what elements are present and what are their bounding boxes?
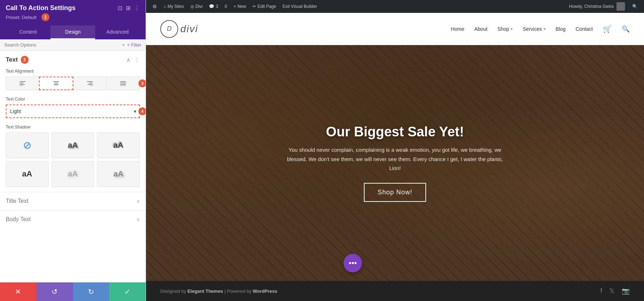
shadow-style-3[interactable]: aA bbox=[6, 161, 49, 187]
text-shadow-label: Text Shadow bbox=[6, 125, 140, 130]
more-icon[interactable]: ⋮ bbox=[134, 5, 140, 11]
align-center-btn[interactable] bbox=[39, 77, 73, 90]
new-item[interactable]: + New bbox=[231, 4, 249, 9]
facebook-icon[interactable]: f bbox=[600, 287, 602, 295]
comments-icon: 💬 bbox=[209, 4, 214, 9]
tab-design[interactable]: Design bbox=[50, 25, 95, 39]
footer-social: f 𝕏 📷 bbox=[600, 287, 630, 295]
nav-blog[interactable]: Blog bbox=[556, 26, 566, 32]
user-greeting[interactable]: Howdy, Christina Gwira bbox=[566, 2, 628, 11]
align-right-btn[interactable] bbox=[73, 77, 107, 90]
wp-logo-item[interactable]: ⚙ bbox=[150, 4, 160, 9]
exit-visual-builder-item[interactable]: Exit Visual Builder bbox=[280, 4, 320, 9]
instagram-icon[interactable]: 📷 bbox=[622, 287, 630, 295]
shadow-style-4[interactable]: aA bbox=[52, 161, 94, 187]
services-dropdown-icon: ▾ bbox=[543, 26, 546, 31]
text-color-group: Text Color Light Dark ▾ 4 bbox=[0, 95, 146, 123]
panel-title: Call To Action Settings bbox=[6, 4, 75, 12]
hero-content: Our Biggest Sale Yet! You should never c… bbox=[270, 124, 520, 202]
shadow-style-2[interactable]: aA bbox=[97, 132, 140, 158]
minimize-icon[interactable]: ⊡ bbox=[118, 5, 122, 11]
wp-bar-right: Howdy, Christina Gwira 🔍 bbox=[566, 2, 640, 11]
text-color-select[interactable]: Light Dark bbox=[6, 105, 140, 118]
site-header: D divi Home About Shop ▾ Services ▾ Blog bbox=[146, 13, 644, 45]
my-sites-home-icon: ⌂ bbox=[164, 4, 166, 9]
body-text-arrow: ∨ bbox=[136, 217, 140, 222]
comment-bubble-item[interactable]: 0 bbox=[222, 4, 230, 9]
tab-content[interactable]: Content bbox=[6, 25, 50, 39]
filter-plus-icon: + bbox=[122, 42, 125, 48]
cancel-button[interactable]: ✕ bbox=[0, 282, 36, 301]
shadow-style-5[interactable]: aA bbox=[97, 161, 140, 187]
filter-button[interactable]: + + Filter bbox=[122, 42, 141, 48]
layout-icon[interactable]: ⊞ bbox=[126, 5, 131, 11]
alignment-buttons bbox=[6, 77, 140, 90]
search-input[interactable] bbox=[4, 42, 119, 48]
tab-advanced[interactable]: Advanced bbox=[95, 25, 140, 39]
panel-header-icons: ⊡ ⊞ ⋮ bbox=[118, 5, 140, 11]
title-text-arrow: ∨ bbox=[136, 198, 140, 204]
text-alignment-label: Text Alignment bbox=[6, 69, 140, 74]
title-text-label: Title Text bbox=[6, 198, 28, 204]
panel-content: Text 2 ∧ ⋮ Text Alignment bbox=[0, 51, 146, 282]
divi-item[interactable]: ◎ Divi bbox=[187, 4, 205, 9]
nav-home[interactable]: Home bbox=[451, 26, 464, 32]
comments-count-item[interactable]: 💬 3 bbox=[206, 4, 221, 9]
fab-button[interactable]: ••• bbox=[343, 254, 362, 272]
new-plus-icon: + bbox=[234, 4, 236, 9]
preset-badge: 1 bbox=[42, 13, 49, 21]
section-more-icon[interactable]: ⋮ bbox=[134, 57, 140, 63]
my-sites-item[interactable]: ⌂ My Sites bbox=[161, 4, 187, 9]
site-search-icon[interactable]: 🔍 bbox=[622, 25, 630, 33]
search-bar: + + Filter bbox=[0, 39, 146, 51]
footer-text: Designed by Elegant Themes | Powered by … bbox=[160, 288, 600, 294]
panel-toolbar: ✕ ↺ ↻ ✓ bbox=[0, 282, 146, 301]
text-section-header: Text 2 ∧ ⋮ bbox=[0, 51, 146, 67]
redo-icon: ↻ bbox=[88, 287, 94, 296]
text-shadow-group: Text Shadow ⊘ aA aA aA aA aA bbox=[0, 123, 146, 192]
logo-circle: D bbox=[160, 20, 178, 38]
user-avatar bbox=[616, 2, 625, 11]
hero-cta-button[interactable]: Shop Now! bbox=[364, 183, 426, 202]
fab-icon: ••• bbox=[348, 258, 357, 268]
cancel-icon: ✕ bbox=[15, 287, 21, 296]
shadow-style-1[interactable]: aA bbox=[52, 132, 94, 158]
cart-icon[interactable]: 🛒 bbox=[603, 25, 612, 33]
text-color-label: Text Color bbox=[6, 97, 140, 102]
shadow-none[interactable]: ⊘ bbox=[6, 132, 49, 158]
shadow-grid: ⊘ aA aA aA aA aA bbox=[6, 132, 140, 187]
wp-search-item[interactable]: 🔍 bbox=[629, 4, 640, 9]
site-footer: Designed by Elegant Themes | Powered by … bbox=[146, 281, 644, 301]
wp-logo-icon: ⚙ bbox=[152, 4, 157, 9]
save-button[interactable]: ✓ bbox=[109, 282, 146, 301]
site-nav: Home About Shop ▾ Services ▾ Blog Contac… bbox=[451, 25, 630, 33]
nav-shop[interactable]: Shop ▾ bbox=[497, 26, 513, 32]
edit-page-item[interactable]: ✏ Edit Page bbox=[250, 4, 279, 9]
hero-title: Our Biggest Sale Yet! bbox=[280, 124, 509, 140]
redo-button[interactable]: ↻ bbox=[73, 282, 109, 301]
site-logo[interactable]: D divi bbox=[160, 20, 198, 38]
panel-header: Call To Action Settings ⊡ ⊞ ⋮ Preset: De… bbox=[0, 0, 146, 39]
left-panel: Call To Action Settings ⊡ ⊞ ⋮ Preset: De… bbox=[0, 0, 146, 301]
nav-services[interactable]: Services ▾ bbox=[523, 26, 546, 32]
shop-dropdown-icon: ▾ bbox=[511, 26, 513, 31]
align-justify-btn[interactable] bbox=[106, 77, 140, 90]
shadow-preview-4: aA bbox=[68, 169, 78, 179]
title-text-section[interactable]: Title Text ∨ bbox=[0, 192, 146, 210]
shadow-preview-2: aA bbox=[113, 141, 123, 150]
alignment-badge: 3 bbox=[138, 79, 146, 87]
undo-icon: ↺ bbox=[52, 287, 58, 296]
text-alignment-group: Text Alignment 3 bbox=[0, 67, 146, 95]
hero-section: Our Biggest Sale Yet! You should never c… bbox=[146, 45, 644, 281]
text-section-badge: 2 bbox=[21, 56, 29, 64]
preset-label: Preset: Default bbox=[6, 15, 36, 20]
nav-contact[interactable]: Contact bbox=[576, 26, 593, 32]
edit-icon: ✏ bbox=[253, 4, 256, 9]
align-left-btn[interactable] bbox=[6, 77, 39, 90]
logo-text: divi bbox=[180, 23, 198, 35]
undo-button[interactable]: ↺ bbox=[36, 282, 73, 301]
section-collapse-icon[interactable]: ∧ bbox=[126, 57, 131, 63]
body-text-section[interactable]: Body Text ∨ bbox=[0, 210, 146, 228]
twitter-icon[interactable]: 𝕏 bbox=[609, 287, 615, 295]
nav-about[interactable]: About bbox=[474, 26, 488, 32]
